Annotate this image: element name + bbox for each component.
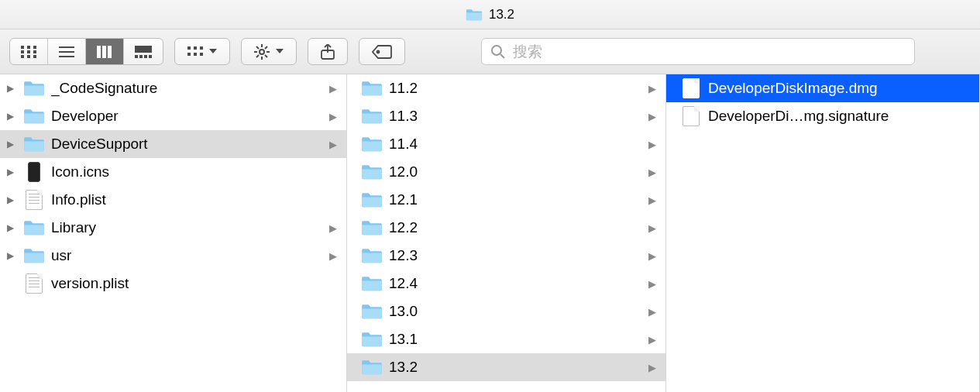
item-label: 13.0 <box>389 303 642 320</box>
view-switcher <box>9 38 163 65</box>
search-input[interactable] <box>513 43 905 60</box>
item-label: version.plist <box>51 275 342 292</box>
list-item[interactable]: ▶DeviceSupport▶ <box>0 130 346 158</box>
chevron-right-icon: ▶ <box>329 111 342 122</box>
folder-icon <box>23 247 45 264</box>
disclosure-triangle[interactable]: ▶ <box>3 222 17 233</box>
item-label: 12.2 <box>389 219 642 236</box>
view-icons-button[interactable] <box>10 39 48 64</box>
list-item[interactable]: DeveloperDiskImage.dmg <box>666 74 979 102</box>
share-button[interactable] <box>308 38 348 65</box>
view-gallery-button[interactable] <box>124 39 163 64</box>
column-1[interactable]: ▶_CodeSignature▶▶Developer▶▶DeviceSuppor… <box>0 74 347 392</box>
dmg-icon <box>680 80 702 97</box>
list-item[interactable]: DeveloperDi…mg.signature <box>666 102 979 130</box>
share-icon <box>321 44 335 60</box>
list-item[interactable]: version.plist <box>0 270 346 297</box>
list-item[interactable]: 13.0▶ <box>347 297 665 325</box>
item-label: 13.2 <box>389 359 642 376</box>
item-label: 12.3 <box>389 247 642 264</box>
svg-rect-23 <box>187 53 191 56</box>
chevron-right-icon: ▶ <box>329 83 342 95</box>
disclosure-triangle[interactable]: ▶ <box>3 111 17 122</box>
svg-line-34 <box>265 46 267 49</box>
svg-rect-14 <box>108 46 112 58</box>
folder-icon <box>23 136 45 153</box>
tags-button[interactable] <box>359 38 405 65</box>
svg-point-37 <box>377 50 380 53</box>
item-label: DeveloperDi…mg.signature <box>708 108 975 125</box>
group-by-button[interactable] <box>174 38 230 65</box>
titlebar: 13.2 <box>0 0 980 29</box>
file-icon <box>680 108 702 125</box>
svg-rect-2 <box>33 46 36 49</box>
list-item[interactable]: ▶_CodeSignature▶ <box>0 74 346 102</box>
item-label: Info.plist <box>51 191 342 208</box>
chevron-right-icon: ▶ <box>648 167 661 178</box>
list-item[interactable]: 13.2▶ <box>347 353 665 381</box>
chevron-down-icon <box>209 49 217 55</box>
svg-rect-13 <box>102 46 106 58</box>
item-label: 12.0 <box>389 163 642 181</box>
list-item[interactable]: ▶Developer▶ <box>0 102 346 130</box>
chevron-right-icon: ▶ <box>648 250 661 262</box>
chevron-right-icon: ▶ <box>329 250 342 262</box>
chevron-right-icon: ▶ <box>648 306 661 318</box>
svg-rect-15 <box>135 46 152 53</box>
list-item[interactable]: 12.1▶ <box>347 186 665 214</box>
disclosure-triangle[interactable]: ▶ <box>3 167 17 177</box>
item-label: 13.1 <box>389 331 642 348</box>
folder-icon <box>466 8 483 22</box>
folder-icon <box>361 359 383 376</box>
list-item[interactable]: ▶Library▶ <box>0 214 346 242</box>
disclosure-triangle[interactable]: ▶ <box>3 139 17 150</box>
chevron-right-icon: ▶ <box>329 139 342 150</box>
list-item[interactable]: 12.2▶ <box>347 214 665 242</box>
svg-rect-20 <box>187 46 191 50</box>
list-item[interactable]: 12.4▶ <box>347 270 665 297</box>
folder-icon <box>361 331 383 348</box>
chevron-right-icon: ▶ <box>648 194 661 206</box>
disclosure-triangle[interactable]: ▶ <box>3 83 17 94</box>
folder-icon <box>23 219 45 236</box>
list-item[interactable]: 11.3▶ <box>347 102 665 130</box>
svg-rect-9 <box>59 46 74 48</box>
item-label: DeveloperDiskImage.dmg <box>708 80 975 97</box>
svg-rect-5 <box>33 50 36 53</box>
window-title: 13.2 <box>489 7 514 22</box>
view-list-button[interactable] <box>48 39 86 64</box>
item-label: 11.4 <box>389 136 642 153</box>
plist-icon <box>23 191 45 208</box>
svg-point-38 <box>492 46 501 55</box>
chevron-right-icon: ▶ <box>648 222 661 234</box>
folder-icon <box>23 80 45 97</box>
list-item[interactable]: 11.2▶ <box>347 74 665 102</box>
svg-rect-7 <box>27 55 30 58</box>
disclosure-triangle[interactable]: ▶ <box>3 194 17 205</box>
svg-rect-24 <box>194 53 197 56</box>
svg-line-31 <box>256 46 259 49</box>
plist-icon <box>23 275 45 292</box>
search-field[interactable] <box>481 38 915 65</box>
column-2[interactable]: 11.2▶11.3▶11.4▶12.0▶12.1▶12.2▶12.3▶12.4▶… <box>347 74 666 392</box>
column-3[interactable]: DeveloperDiskImage.dmgDeveloperDi…mg.sig… <box>666 74 980 392</box>
svg-rect-18 <box>144 55 147 58</box>
item-label: 12.4 <box>389 275 642 292</box>
item-label: 11.3 <box>389 108 642 125</box>
list-item[interactable]: 11.4▶ <box>347 130 665 158</box>
list-item[interactable]: ▶usr▶ <box>0 242 346 270</box>
list-item[interactable]: 13.1▶ <box>347 325 665 353</box>
chevron-right-icon: ▶ <box>648 111 661 122</box>
list-item[interactable]: ▶Info.plist <box>0 186 346 214</box>
action-menu-button[interactable] <box>241 38 297 65</box>
list-item[interactable]: 12.3▶ <box>347 242 665 270</box>
view-columns-button[interactable] <box>86 39 124 64</box>
svg-rect-10 <box>59 51 74 53</box>
tag-icon <box>372 45 392 59</box>
list-item[interactable]: 12.0▶ <box>347 158 665 186</box>
disclosure-triangle[interactable]: ▶ <box>3 250 17 261</box>
list-item[interactable]: ▶Icon.icns <box>0 158 346 186</box>
svg-rect-22 <box>200 46 203 50</box>
column-browser: ▶_CodeSignature▶▶Developer▶▶DeviceSuppor… <box>0 74 980 392</box>
item-label: Developer <box>51 108 323 125</box>
